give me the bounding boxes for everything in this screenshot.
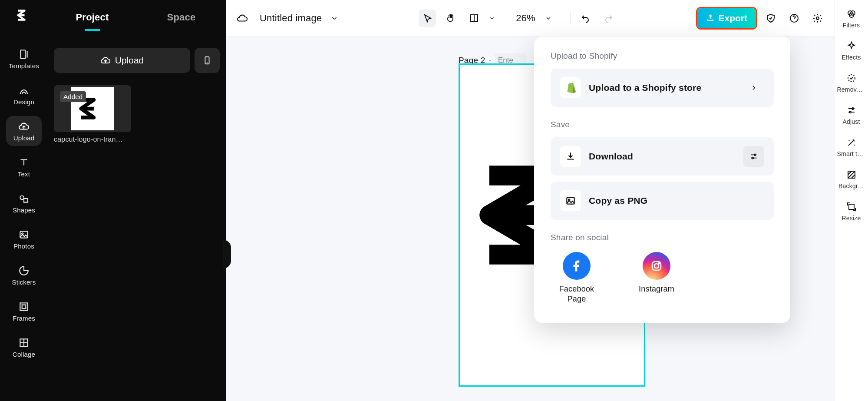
mobile-upload-button[interactable] [195,48,220,73]
settings-button[interactable] [809,10,826,27]
right-tools-rail: Filters Effects Remove backgr… Adjust Sm… [834,0,868,401]
document-title[interactable]: Untitled image [260,13,322,24]
asset-card[interactable]: Added capcut-logo-on-tran… [54,85,131,143]
filters-icon [845,8,858,20]
nav-photos[interactable]: Photos [6,224,42,254]
shapes-icon [18,192,30,205]
zoom-dropdown-icon[interactable] [545,15,552,22]
nav-stickers-label: Stickers [12,278,36,286]
tool-remove-bg[interactable]: Remove backgr… [838,72,865,93]
shopify-option-label: Upload to a Shopify store [589,83,701,93]
templates-icon [18,48,30,60]
upload-icon [18,120,30,133]
hand-tool-button[interactable] [442,10,459,27]
toolbar-separator [570,12,571,24]
nav-upload[interactable]: Upload [6,116,42,146]
tool-background-label: Backgr… [838,182,864,189]
nav-collage[interactable]: Collage [6,332,42,362]
top-toolbar: Untitled image 26% Export [226,0,834,36]
shield-button[interactable] [762,10,779,27]
nav-text[interactable]: Text [6,152,42,182]
hand-icon [446,13,456,23]
tab-space[interactable]: Space [137,12,226,23]
undo-icon [580,13,591,23]
cloud-sync-button[interactable] [234,10,251,27]
tool-effects[interactable]: Effects [838,40,865,61]
help-button[interactable] [785,10,803,27]
tool-background[interactable]: Backgr… [838,169,865,189]
download-settings-button[interactable] [743,146,764,167]
cloud-icon [237,13,248,24]
redo-button[interactable] [600,10,617,27]
nav-stickers[interactable]: Stickers [6,260,42,290]
share-facebook[interactable]: Facebook Page [555,252,598,305]
background-icon [845,169,858,181]
download-option-label: Download [589,151,633,162]
facebook-icon [563,252,591,280]
nav-frames[interactable]: Frames [6,296,42,326]
design-icon [18,84,30,96]
redo-icon [604,13,614,23]
nav-shapes[interactable]: Shapes [6,188,42,218]
shopify-icon [560,77,581,98]
stickers-icon [18,265,30,277]
nav-text-label: Text [18,170,30,178]
resize-icon [845,201,858,213]
shopify-upload-option[interactable]: Upload to a Shopify store [551,69,774,107]
adjust-icon [845,104,858,116]
svg-rect-6 [22,305,26,309]
tool-resize[interactable]: Resize [838,201,865,222]
export-icon [706,14,715,23]
copy-png-option-label: Copy as PNG [589,196,647,206]
download-option[interactable]: Download [551,137,774,176]
facebook-label: Facebook Page [555,284,598,305]
nav-design[interactable]: Design [6,80,42,110]
layout-dropdown-icon[interactable] [489,15,495,21]
tool-adjust[interactable]: Adjust [838,104,865,125]
svg-point-19 [659,263,660,264]
capcut-logo-icon [16,7,32,23]
download-icon [560,146,581,167]
svg-rect-0 [20,50,25,59]
export-section-save-title: Save [551,120,774,129]
layout-tool-button[interactable] [465,10,483,27]
cloud-upload-icon [100,55,111,66]
help-icon [789,13,799,23]
nav-templates-label: Templates [9,62,39,70]
nav-upload-label: Upload [13,134,35,142]
tool-smart[interactable]: Smart tools [838,136,865,157]
tool-effects-label: Effects [842,54,861,61]
svg-rect-5 [20,303,27,310]
copy-png-option[interactable]: Copy as PNG [551,182,774,220]
select-tool-button[interactable] [419,10,436,27]
zoom-level[interactable]: 26% [516,13,535,24]
nav-frames-label: Frames [13,315,35,322]
phone-icon [202,56,212,65]
svg-rect-15 [567,197,574,204]
svg-point-11 [816,17,819,20]
svg-rect-3 [20,231,27,238]
nav-photos-label: Photos [13,242,34,250]
undo-button[interactable] [577,10,594,27]
image-icon [560,190,581,211]
effects-icon [845,40,858,52]
title-dropdown-icon[interactable] [330,14,338,22]
app-logo[interactable] [15,6,33,24]
tool-filters-label: Filters [843,22,860,29]
svg-rect-2 [24,199,28,202]
nav-templates[interactable]: Templates [6,44,42,74]
tool-resize-label: Resize [842,215,861,222]
asset-filename: capcut-logo-on-tran… [54,136,131,143]
layout-icon [469,13,479,23]
workspace: Untitled image 26% Export Page 2 - [226,0,834,401]
tool-remove-bg-label: Remove backgr… [837,86,866,93]
share-instagram[interactable]: Instagram [635,252,678,305]
upload-button[interactable]: Upload [54,48,190,73]
tool-filters[interactable]: Filters [838,8,865,29]
panel-collapse-handle[interactable] [223,240,231,268]
export-popover: Upload to Shopify Upload to a Shopify st… [534,36,790,323]
photos-icon [18,229,30,241]
export-button[interactable]: Export [697,8,756,28]
tab-project[interactable]: Project [48,12,137,23]
canvas-area: Page 2 - Upload to Shopify Upload to a S… [226,36,834,401]
